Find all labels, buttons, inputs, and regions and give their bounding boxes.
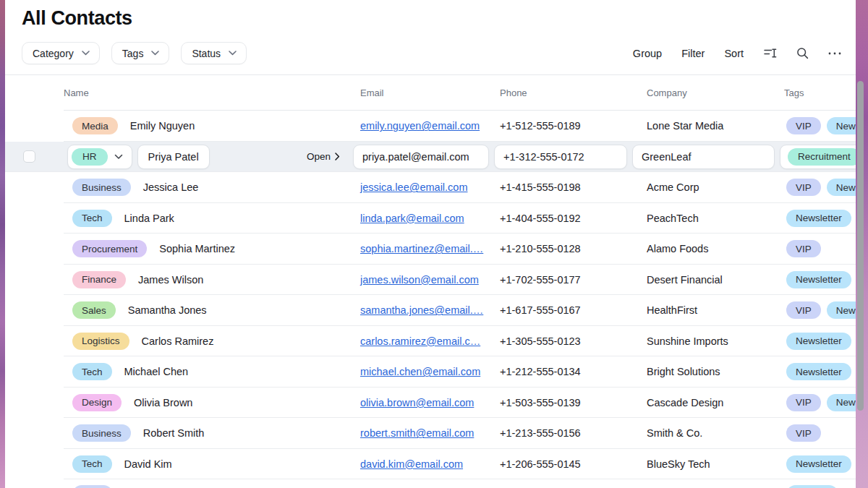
- category-badge: Business: [72, 179, 131, 196]
- table-row[interactable]: Finance James Wilson james.wilson@email.…: [5, 265, 856, 296]
- phone-value: +1-305-555-0123: [500, 335, 647, 347]
- main-content: All Contacts Category Tags Status Group …: [5, 0, 856, 488]
- email-link[interactable]: olivia.brown@email.com: [360, 397, 474, 408]
- tag-badge: VIP: [786, 117, 821, 134]
- email-link[interactable]: james.wilson@email.com: [360, 274, 479, 286]
- email-link[interactable]: michael.chen@email.com: [360, 366, 480, 377]
- email-link[interactable]: samantha.jones@email.…: [360, 304, 483, 316]
- email-link[interactable]: carlos.ramirez@email.c…: [360, 335, 480, 347]
- email-link[interactable]: robert.smith@email.com: [360, 427, 474, 439]
- email-field[interactable]: priya.patel@email.com: [353, 145, 489, 169]
- edit-boxes: priya.patel@email.com +1-312-555-0172 Gr…: [353, 145, 856, 169]
- phone-value: +1-503-555-0139: [500, 397, 647, 408]
- email-link[interactable]: linda.park@email.com: [360, 213, 464, 224]
- category-dropdown[interactable]: HR: [67, 145, 132, 169]
- selected-table-row[interactable]: HR Priya Patel Open priya.patel@email.co…: [5, 142, 856, 173]
- contact-name: Jessica Lee: [143, 181, 199, 193]
- email-link[interactable]: sophia.martinez@email.…: [360, 243, 483, 254]
- table-row[interactable]: Logistics Carlos Ramirez carlos.ramirez@…: [5, 326, 856, 357]
- tag-badge: VIP: [786, 394, 821, 411]
- name-cell: Tech David Kim: [64, 455, 360, 473]
- company-field[interactable]: GreenLeaf: [632, 145, 775, 169]
- row-checkbox[interactable]: [23, 150, 35, 163]
- company-value: Bright Solutions: [647, 366, 784, 377]
- row-height-icon[interactable]: [763, 47, 777, 59]
- table-row[interactable]: Business Robert Smith robert.smith@email…: [5, 418, 856, 449]
- email-cell: carlos.ramirez@email.c…: [360, 335, 500, 348]
- tags-field[interactable]: Recruitment: [780, 145, 856, 169]
- category-badge: Finance: [72, 271, 126, 288]
- table-row[interactable]: Design Olivia Brown olivia.brown@email.c…: [5, 388, 856, 419]
- name-cell: Media Emily Nguyen: [64, 117, 360, 134]
- contact-name: Linda Park: [124, 213, 174, 224]
- contact-name: Emily Nguyen: [130, 120, 195, 132]
- partial-table-row[interactable]: [5, 479, 856, 488]
- phone-value: +1-404-555-0192: [500, 213, 647, 224]
- name-cell: HR Priya Patel Open: [64, 145, 360, 169]
- category-badge: Procurement: [72, 240, 147, 257]
- category-badge: Tech: [72, 210, 112, 227]
- group-button[interactable]: Group: [633, 48, 662, 59]
- table-row[interactable]: Tech Linda Park linda.park@email.com +1-…: [5, 203, 856, 234]
- search-icon[interactable]: [796, 47, 809, 59]
- table-row[interactable]: Tech David Kim david.kim@email.com +1-20…: [5, 449, 856, 480]
- open-label: Open: [307, 151, 331, 162]
- email-cell: linda.park@email.com: [360, 212, 500, 225]
- filter-button[interactable]: Filter: [681, 48, 705, 59]
- vertical-scrollbar[interactable]: [857, 81, 864, 411]
- tags-cell: VIP: [784, 240, 856, 257]
- table-row[interactable]: Business Jessica Lee jessica.lee@email.c…: [5, 172, 856, 203]
- filter-chip[interactable]: Status: [181, 42, 247, 64]
- tag-badge: Newsletter: [827, 394, 856, 411]
- email-cell: david.kim@email.com: [360, 458, 500, 471]
- column-header[interactable]: Email: [360, 87, 500, 98]
- contact-name: Michael Chen: [124, 366, 189, 377]
- table-row[interactable]: Tech Michael Chen michael.chen@email.com…: [5, 356, 856, 388]
- phone-value: +1-702-555-0177: [500, 274, 647, 286]
- tags-cell: Newsletter: [784, 210, 856, 227]
- contact-name: Carlos Ramirez: [142, 335, 214, 347]
- column-header[interactable]: Tags: [784, 87, 856, 98]
- checkbox-cell: [5, 150, 64, 163]
- name-cell: Procurement Sophia Martinez: [64, 240, 360, 257]
- table-row[interactable]: Procurement Sophia Martinez sophia.marti…: [5, 234, 856, 265]
- phone-value: +1-212-555-0134: [500, 366, 647, 377]
- company-value: BlueSky Tech: [647, 458, 784, 470]
- column-header[interactable]: Company: [647, 87, 784, 98]
- email-cell: james.wilson@email.com: [360, 273, 500, 286]
- more-icon[interactable]: [828, 52, 841, 55]
- phone-field[interactable]: +1-312-555-0172: [494, 145, 627, 169]
- tag-badge: Newsletter: [827, 117, 856, 134]
- name-cell: Business Robert Smith: [64, 424, 360, 442]
- sort-button[interactable]: Sort: [724, 48, 744, 59]
- chevron-down-icon: [114, 154, 123, 160]
- category-badge: Tech: [72, 363, 112, 380]
- table-row[interactable]: Media Emily Nguyen emily.nguyen@email.co…: [5, 111, 856, 142]
- filter-chip[interactable]: Category: [22, 42, 100, 64]
- email-link[interactable]: jessica.lee@email.com: [360, 181, 468, 193]
- email-cell: olivia.brown@email.com: [360, 396, 500, 409]
- email-cell: jessica.lee@email.com: [360, 181, 500, 194]
- chevron-down-icon: [151, 51, 159, 56]
- table-header-row: NameEmailPhoneCompanyTags: [5, 75, 856, 111]
- open-record-button[interactable]: Open: [307, 151, 340, 162]
- tag-badge: Newsletter: [827, 301, 856, 319]
- filter-chip[interactable]: Tags: [111, 42, 170, 64]
- company-value: Acme Corp: [647, 181, 784, 193]
- contact-name: Samantha Jones: [128, 304, 207, 316]
- column-header[interactable]: Phone: [500, 87, 647, 98]
- table-body: Media Emily Nguyen emily.nguyen@email.co…: [5, 111, 856, 488]
- table-row[interactable]: Sales Samantha Jones samantha.jones@emai…: [5, 295, 856, 326]
- tags-cell: VIP: [784, 424, 856, 442]
- tags-cell: Newsletter: [784, 271, 856, 288]
- email-link[interactable]: emily.nguyen@email.com: [360, 120, 480, 132]
- tags-cell: VIPNewsletter: [784, 179, 856, 196]
- email-cell: emily.nguyen@email.com: [360, 119, 500, 132]
- tag-badge: [786, 485, 838, 488]
- column-header[interactable]: Name: [64, 87, 360, 98]
- email-link[interactable]: david.kim@email.com: [360, 458, 463, 470]
- name-field[interactable]: Priya Patel: [137, 145, 210, 169]
- filter-chip-bar: Category Tags Status: [22, 42, 247, 64]
- filter-chip-label: Tags: [122, 48, 144, 59]
- company-value: PeachTech: [647, 213, 784, 224]
